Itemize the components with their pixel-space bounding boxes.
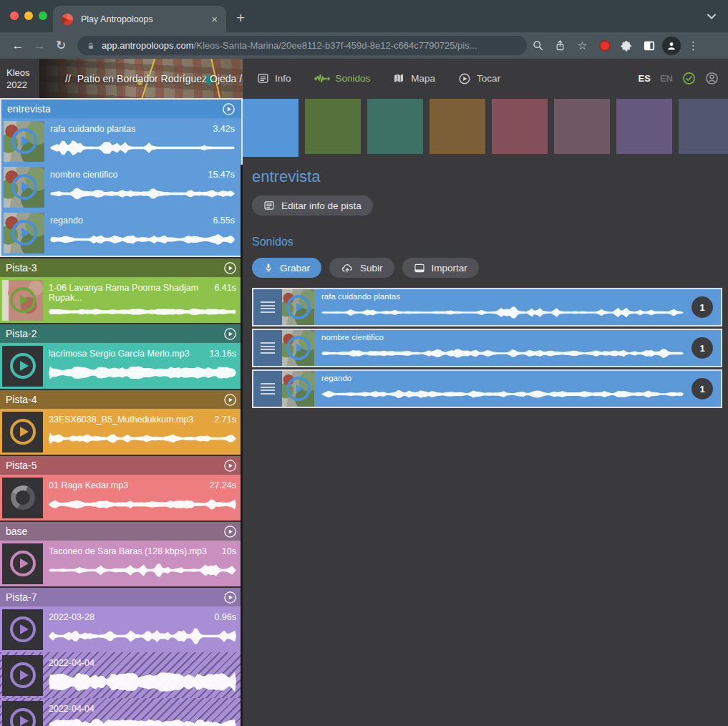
track-color-square-4[interactable] — [492, 99, 548, 154]
zoom-page-icon[interactable] — [527, 39, 549, 52]
clip-row[interactable]: 1-06 Lavanya Rama Poorna Shadjam Rupak..… — [0, 277, 243, 323]
back-button[interactable]: ← — [7, 39, 29, 53]
clip-thumbnail[interactable] — [2, 346, 43, 387]
sound-thumbnail[interactable] — [282, 330, 314, 366]
play-overlay-icon[interactable] — [11, 220, 37, 246]
nav-item-tocar[interactable]: Tocar — [458, 72, 500, 85]
track-play-button[interactable] — [223, 459, 237, 473]
clip-thumbnail[interactable] — [2, 609, 43, 650]
browser-tab[interactable]: Play Antropoloops × — [53, 6, 226, 32]
play-overlay-icon[interactable] — [11, 128, 37, 154]
language-es[interactable]: ES — [639, 73, 651, 84]
track-color-square-6[interactable] — [616, 99, 672, 154]
clip-row[interactable]: 33ESX6038_B5_Muthedukkum.mp32.71s — [0, 409, 243, 455]
import-button[interactable]: Importar — [402, 258, 479, 278]
clip-row[interactable]: 2022-03-280.96s — [0, 606, 243, 652]
clip-thumbnail[interactable] — [2, 655, 43, 696]
edit-track-info-button[interactable]: Editar info de pista — [252, 195, 373, 216]
track-play-button[interactable] — [223, 591, 237, 604]
track-color-square-2[interactable] — [367, 99, 423, 154]
play-overlay-icon[interactable] — [10, 662, 36, 688]
clip-thumbnail[interactable] — [4, 167, 44, 208]
drag-handle[interactable] — [253, 289, 282, 325]
play-overlay-icon[interactable] — [10, 419, 36, 445]
sound-row[interactable]: nombre cientifico1 — [252, 329, 722, 367]
track-header[interactable]: Pista-4 — [0, 390, 243, 409]
track-play-button[interactable] — [223, 261, 237, 275]
clip-row[interactable]: 2022-04-04 — [0, 652, 243, 698]
zoom-window-button[interactable] — [39, 11, 47, 20]
lock-icon — [87, 41, 95, 51]
upload-button[interactable]: Subir — [329, 258, 394, 278]
browser-menu-icon[interactable]: ⋮ — [682, 39, 704, 52]
track-play-button[interactable] — [223, 525, 237, 538]
clip-thumbnail[interactable] — [2, 543, 43, 584]
clip-thumbnail[interactable] — [4, 213, 44, 253]
clip-row[interactable]: regando6.55s — [1, 210, 241, 256]
address-bar[interactable]: app.antropoloops.com/Kleos-Santa-Marina/… — [77, 36, 527, 55]
sidebar-scrollbar[interactable] — [241, 165, 243, 726]
track-color-square-1[interactable] — [305, 99, 361, 154]
clip-row[interactable]: 01 Raga Kedar.mp327.24s — [0, 475, 243, 521]
clip-thumbnail[interactable] — [2, 701, 43, 726]
sound-row[interactable]: rafa cuidando plantas1 — [252, 288, 722, 326]
bookmark-star-icon[interactable]: ☆ — [571, 39, 593, 52]
profile-avatar[interactable] — [660, 37, 682, 55]
drag-handle[interactable] — [253, 371, 282, 407]
close-window-button[interactable] — [10, 11, 19, 20]
clip-thumbnail[interactable] — [4, 121, 44, 162]
close-tab-icon[interactable]: × — [211, 14, 218, 24]
sound-row[interactable]: regando1 — [252, 369, 722, 408]
play-overlay-icon[interactable] — [10, 616, 36, 642]
play-overlay-icon[interactable] — [10, 353, 36, 379]
play-overlay-icon[interactable] — [11, 174, 37, 200]
clip-row[interactable]: 2022-04-04 — [0, 698, 243, 726]
track-play-button[interactable] — [223, 327, 237, 341]
track-color-square-0[interactable] — [243, 99, 299, 157]
clip-thumbnail[interactable] — [2, 280, 43, 321]
extensions-puzzle-icon[interactable] — [616, 39, 638, 52]
side-panel-icon[interactable] — [638, 40, 660, 52]
reload-button[interactable]: ↻ — [50, 38, 72, 53]
play-overlay-icon[interactable] — [10, 708, 36, 726]
track-play-button[interactable] — [223, 393, 237, 407]
sound-thumbnail[interactable] — [282, 371, 314, 407]
track-header[interactable]: base — [0, 522, 243, 541]
track-header[interactable]: Pista-5 — [0, 456, 243, 475]
share-icon[interactable] — [549, 39, 571, 52]
track-color-square-7[interactable] — [679, 99, 728, 154]
track-color-square-3[interactable] — [429, 99, 485, 154]
clip-thumbnail[interactable] — [2, 478, 43, 518]
new-tab-button[interactable]: + — [236, 9, 245, 26]
forward-button[interactable]: → — [29, 39, 50, 53]
clip-row[interactable]: rafa cuidando plantas3.42s — [1, 118, 241, 164]
track-header[interactable]: Pista-3 — [0, 258, 243, 277]
record-extension-icon[interactable] — [593, 40, 616, 52]
play-overlay-icon[interactable] — [286, 295, 311, 319]
sync-check-icon[interactable] — [682, 72, 696, 85]
track-play-button[interactable] — [222, 102, 236, 116]
clip-row[interactable]: Taconeo de Sara Baras (128 kbps).mp310s — [0, 541, 243, 586]
account-icon[interactable] — [705, 72, 719, 85]
clip-row[interactable]: nombre cientifico15.47s — [1, 164, 241, 210]
tab-search-chevron-icon[interactable] — [707, 10, 717, 23]
drag-handle[interactable] — [253, 330, 282, 366]
track-header[interactable]: entrevista — [1, 100, 241, 118]
play-overlay-icon[interactable] — [286, 377, 311, 401]
track-color-square-5[interactable] — [554, 99, 610, 154]
track-header[interactable]: Pista-2 — [0, 324, 243, 343]
clip-thumbnail[interactable] — [2, 412, 43, 452]
language-en[interactable]: EN — [660, 73, 673, 84]
nav-item-mapa[interactable]: Mapa — [393, 72, 435, 84]
nav-item-info[interactable]: Info — [257, 72, 291, 84]
map-thumbnail-banner[interactable]: //Patio en Bordador Rodríguez Ojeda / Ra… — [39, 59, 243, 98]
minimize-window-button[interactable] — [24, 11, 33, 20]
sound-thumbnail[interactable] — [282, 289, 314, 325]
track-header[interactable]: Pista-7 — [0, 588, 243, 606]
record-button[interactable]: Grabar — [252, 258, 321, 278]
play-overlay-icon[interactable] — [10, 551, 36, 576]
play-overlay-icon[interactable] — [10, 287, 36, 313]
clip-row[interactable]: lacrimosa Sergio García Merlo.mp313.16s — [0, 343, 243, 389]
play-overlay-icon[interactable] — [286, 336, 311, 360]
nav-item-sonidos[interactable]: Sonidos — [314, 73, 371, 84]
